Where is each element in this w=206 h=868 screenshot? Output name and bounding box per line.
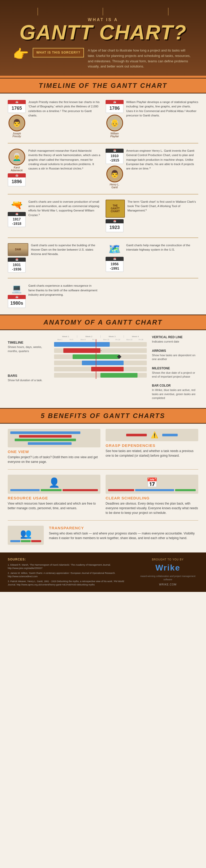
benefit-scheduling-desc: Deadlines are obvious. Every delay moves…: [106, 501, 198, 515]
anatomy-content: Timeline Shows hours, days, weeks, month…: [0, 330, 206, 408]
anatomy-title: Anatomy of a Gantt Chart: [5, 318, 201, 326]
footer-source-1: 1. Edward R. Marsh, 'The Harmonogram of …: [8, 563, 130, 570]
benefit-resource-desc: View which resources have been allocated…: [8, 501, 100, 510]
benefit-one-view-title: One View: [8, 450, 100, 454]
chart-row-6: [54, 373, 147, 378]
header-sorcery-box: 👉 What is this sorcery? A type of bar ch…: [13, 48, 193, 69]
timeline-entry-1923: THEGANTTCHART 📅 1923 The term 'Gantt cha…: [106, 199, 198, 232]
benefit-grasp-desc: See how tasks are related, and whether a…: [106, 449, 198, 458]
footer-section: Sources: 1. Edward R. Marsh, 'The Harmon…: [0, 553, 206, 592]
benefits-title: 5 Benefits of Gantt Charts: [5, 412, 201, 420]
benefit-resource-usage: 👤 Resource Usage View which resources ha…: [8, 475, 100, 515]
benefits-content: One View Complex project? Lots of tasks?…: [0, 424, 206, 553]
benefit-one-view-desc: Complex project? Lots of tasks? Distill …: [8, 455, 100, 464]
timeline-title: Timeline of the Gantt Chart: [5, 82, 201, 90]
anatomy-bars-label: Bars Show full duration of a task.: [8, 374, 49, 382]
anatomy-arrows-label: Arrows Show how tasks are dependent on o…: [152, 349, 198, 361]
timeline-content: 📅 1765 👨 JosephPriestly Joseph Priestly …: [0, 93, 206, 314]
chart-row-5: [54, 367, 147, 371]
timeline-text-1923: The term 'Gantt chart' is first used in …: [128, 199, 198, 213]
brought-by-label: Brought to you by: [152, 558, 184, 561]
timeline-text-1956: Gantt charts help manage the constructio…: [126, 243, 198, 252]
timeline-text-1917: Gantt's charts are used to oversee produ…: [28, 199, 100, 217]
benefit-grasp-dependencies: ⚠️ Grasp Dependencies See how tasks are …: [106, 429, 198, 464]
benefit-clear-scheduling: 📅 Clear Scheduling Deadlines are obvious…: [106, 475, 198, 515]
anatomy-milestone-label: Milestone Shows the due date of a projec…: [152, 367, 198, 379]
benefit-one-view: One View Complex project? Lots of tasks?…: [8, 429, 100, 464]
benefit-transparency: 👥 Transparency Seeing who does which tas…: [8, 526, 198, 545]
timeline-entry-1980s: 💻 📅 1980s Gantt charts experience a sudd…: [8, 284, 198, 308]
timeline-entry-1917: 🔫 📅 1917-1918 Gantt's charts are used to…: [8, 199, 100, 232]
timeline-section-title-bar: Timeline of the Gantt Chart: [0, 78, 206, 93]
timeline-entry-1931: DAM 📅 1931-1936 Gantt charts used to sup…: [8, 243, 100, 273]
anatomy-timeline-label: Timeline Shows hours, days, weeks, month…: [8, 341, 49, 353]
wrike-logo: Wrike: [155, 563, 180, 572]
chart-row-4: [54, 361, 147, 365]
wrike-tagline: Award-winning collaboration and project …: [137, 575, 198, 581]
header-main-title: Gantt Chart?: [13, 23, 193, 42]
orange-divider-1: [0, 76, 206, 78]
header-section: What is a Gantt Chart? 👉 What is this so…: [0, 0, 206, 76]
benefit-grasp-title: Grasp Dependencies: [106, 443, 198, 448]
benefit-transparency-desc: Seeing who does which task — and where y…: [49, 531, 198, 540]
anatomy-bar-color-label: Bar Color In Wrike, blue tasks are activ…: [152, 384, 198, 400]
timeline-text-1910: American engineer Henry L. Gantt invents…: [126, 149, 198, 171]
sorcery-label: What is this sorcery?: [33, 48, 84, 57]
footer-sources-title: Sources:: [8, 558, 130, 561]
footer-source-2: 2. James M. Wilton, 'Gantt Charts: A cen…: [8, 571, 130, 579]
benefits-section-title-bar: 5 Benefits of Gantt Charts: [0, 408, 206, 424]
wrike-url: WRIKE.COM: [159, 583, 177, 586]
benefit-resource-title: Resource Usage: [8, 496, 100, 500]
anatomy-section-title-bar: Anatomy of a Gantt Chart: [0, 314, 206, 330]
timeline-entry-1956: 🗺️ 📅 1956-1991 Gantt charts help manage …: [106, 243, 198, 273]
benefit-transparency-title: Transparency: [49, 526, 198, 530]
timeline-entry-1910: 📅 1910-1915 👨 Henry L.Gantt American eng…: [106, 149, 198, 189]
footer-sources: Sources: 1. Edward R. Marsh, 'The Harmon…: [8, 558, 130, 587]
sorcery-description: A type of bar chart to illustrate how lo…: [88, 48, 193, 69]
timeline-entry-1765: 📅 1765 👨 JosephPriestly Joseph Priestly …: [8, 100, 100, 138]
timeline-entry-1896: 👨‍🦳 KarolAdamiecki 📅 1896 Polish managem…: [8, 149, 100, 189]
footer-branding: Brought to you by Wrike Award-winning co…: [137, 558, 198, 587]
vertical-red-line: [96, 339, 96, 379]
footer-source-3: 3. Patrick Weaver, 'Henry L. Gantt, 1861…: [8, 580, 130, 587]
timeline-text-1786: William Playfair develops a range of sta…: [126, 100, 198, 118]
benefit-scheduling-title: Clear Scheduling: [106, 496, 198, 500]
timeline-entry-1786: 📅 1786 👴 WilliamPlayfair William Playfai…: [106, 100, 198, 138]
chart-row-3: [54, 354, 147, 359]
chart-row-1: [54, 342, 147, 347]
timeline-text-1765: Joseph Priestly makes the first known ba…: [28, 100, 100, 118]
timeline-text-1931: Gantt charts used to supervise the build…: [31, 243, 100, 256]
timeline-text-1980s: Gantt charts experience a sudden resurge…: [28, 284, 98, 297]
chart-row-2: →: [54, 348, 147, 353]
timeline-text-1896: Polish management researcher Karol Adami…: [28, 149, 100, 171]
anatomy-vrl-label: Vertical Red Line Indicates current date: [152, 335, 198, 344]
